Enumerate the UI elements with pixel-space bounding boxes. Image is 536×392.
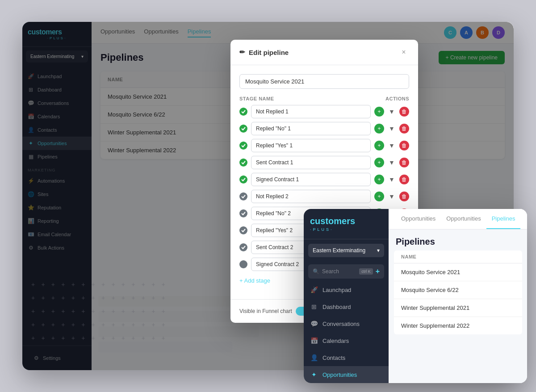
funnel-chart-label: Visible in Funnel chart (239, 308, 292, 314)
stage-actions: + ▼ 🗑 (374, 158, 409, 167)
stage-delete-button[interactable]: 🗑 (399, 141, 409, 150)
zoomed-company-select[interactable]: Eastern Exterminating ▾ (308, 244, 384, 257)
stage-check (239, 125, 247, 133)
zoomed-nav-label: Conversations (322, 321, 360, 327)
stage-name-input[interactable] (251, 190, 371, 203)
zoomed-nav-item-opportunities[interactable]: ✦ Opportunities (304, 366, 389, 383)
stage-check (239, 108, 247, 116)
zoomed-tabs: Opportunities Opportunities Pipelines (389, 209, 527, 229)
zoomed-table-row[interactable]: Mosquito Service 2021 (394, 263, 522, 281)
zoomed-nav-item-launchpad[interactable]: 🚀 Launchpad (304, 281, 389, 298)
zoomed-table-row[interactable]: Winter Supplemental 2022 (394, 317, 522, 334)
zoomed-nav-label: Calendars (322, 338, 349, 344)
stage-name-input[interactable] (251, 139, 371, 152)
stage-name-input[interactable] (251, 122, 371, 135)
stage-row: + ▼ 🗑 (239, 105, 409, 118)
modal-header: ✏ Edit pipeline × (230, 40, 418, 65)
funnel-chart-toggle-group: Visible in Funnel chart (239, 307, 312, 316)
zoomed-nav-item-conversations[interactable]: 💬 Conversations (304, 315, 389, 332)
stage-name-input[interactable] (251, 173, 371, 186)
actions-label: Actions (385, 96, 409, 101)
stage-row: + ▼ 🗑 (239, 190, 409, 203)
stage-row: + ▼ 🗑 (239, 122, 409, 135)
stage-check (239, 209, 247, 217)
zoomed-sidebar: customers ·PLUS· Eastern Exterminating ▾… (304, 209, 389, 383)
stage-add-button[interactable]: + (374, 141, 384, 150)
zoomed-card: customers ·PLUS· Eastern Exterminating ▾… (304, 209, 527, 383)
zoomed-table-header: Name (394, 250, 522, 263)
stage-delete-button[interactable]: 🗑 (399, 124, 409, 133)
zoomed-table-row[interactable]: Mosquito Service 6/22 (394, 281, 522, 299)
stage-filter-button[interactable]: ▼ (387, 124, 397, 133)
search-icon: 🔍 (313, 268, 319, 275)
stage-check (239, 192, 247, 200)
stage-check (239, 243, 247, 251)
stage-check (239, 142, 247, 150)
zoomed-logo-sub: ·PLUS· (310, 227, 382, 232)
zoomed-tab-opportunities-1[interactable]: Opportunities (396, 209, 441, 229)
stage-filter-button[interactable]: ▼ (387, 158, 397, 167)
zoomed-table: Name Mosquito Service 2021 Mosquito Serv… (389, 250, 527, 334)
stage-actions: + ▼ 🗑 (374, 107, 409, 117)
stage-add-button[interactable]: + (374, 175, 384, 184)
stage-filter-button[interactable]: ▼ (387, 192, 397, 201)
zoomed-search-placeholder: Search (322, 268, 356, 275)
zoomed-nav-label: Dashboard (322, 304, 351, 310)
zoomed-search-kbd: ctrl K (359, 268, 373, 275)
stage-filter-button[interactable]: ▼ (387, 141, 397, 150)
stage-actions: + ▼ 🗑 (374, 141, 409, 150)
zoomed-logo: customers ·PLUS· (304, 209, 389, 239)
stage-check (239, 175, 247, 183)
edit-icon: ✏ (239, 48, 245, 56)
zoomed-nav-item-calendars[interactable]: 📅 Calendars (304, 332, 389, 349)
stage-labels: Stage name Actions (239, 96, 409, 101)
zoomed-company-name: Eastern Exterminating (313, 247, 365, 254)
stage-actions: + ▼ 🗑 (374, 192, 409, 201)
stage-delete-button[interactable]: 🗑 (399, 175, 409, 184)
pipeline-name-input[interactable] (239, 74, 409, 89)
stage-check (239, 260, 247, 268)
zoomed-search[interactable]: 🔍 Search ctrl K + (308, 264, 384, 279)
stage-filter-button[interactable]: ▼ (387, 175, 397, 184)
zoomed-nav-item-contacts[interactable]: 👤 Contacts (304, 349, 389, 366)
zoomed-nav-item-dashboard[interactable]: ⊞ Dashboard (304, 298, 389, 315)
zoomed-nav-label: Opportunities (322, 371, 357, 378)
stage-name-label: Stage name (239, 96, 274, 101)
stage-name-input[interactable] (251, 156, 371, 169)
stage-add-button[interactable]: + (374, 158, 384, 167)
opportunities-icon: ✦ (310, 371, 318, 379)
contacts-icon: 👤 (310, 354, 318, 362)
stage-add-button[interactable]: + (374, 124, 384, 133)
stage-actions: + ▼ 🗑 (374, 175, 409, 184)
conversations-icon: 💬 (310, 320, 318, 328)
zoomed-search-plus[interactable]: + (376, 267, 380, 275)
stage-filter-button[interactable]: ▼ (387, 107, 397, 117)
calendars-icon: 📅 (310, 337, 318, 345)
zoomed-tab-opportunities-2[interactable]: Opportunities (441, 209, 486, 229)
stage-delete-button[interactable]: 🗑 (399, 107, 409, 117)
zoomed-nav-label: Launchpad (322, 287, 351, 293)
dashboard-icon: ⊞ (310, 303, 318, 311)
zoomed-main: Opportunities Opportunities Pipelines Pi… (389, 209, 527, 383)
stage-name-input[interactable] (251, 105, 371, 118)
zoomed-page-title: Pipelines (389, 229, 527, 250)
zoomed-logo-text: customers (310, 216, 382, 226)
stage-delete-button[interactable]: 🗑 (399, 192, 409, 201)
stage-add-button[interactable]: + (374, 107, 384, 117)
stage-add-button[interactable]: + (374, 192, 384, 201)
stage-check (239, 226, 247, 234)
stage-row: + ▼ 🗑 (239, 139, 409, 152)
zoomed-tab-pipelines[interactable]: Pipelines (486, 209, 521, 229)
stage-check (239, 158, 247, 167)
modal-title: ✏ Edit pipeline (239, 48, 289, 56)
zoomed-table-row[interactable]: Winter Supplemental 2021 (394, 299, 522, 317)
stage-actions: + ▼ 🗑 (374, 124, 409, 133)
zoomed-nav-label: Contacts (322, 354, 345, 361)
stage-delete-button[interactable]: 🗑 (399, 158, 409, 167)
stage-row: + ▼ 🗑 (239, 156, 409, 169)
chevron-down-icon: ▾ (377, 247, 380, 254)
modal-close-button[interactable]: × (398, 47, 409, 58)
stage-row: + ▼ 🗑 (239, 173, 409, 186)
launchpad-icon: 🚀 (310, 286, 318, 294)
